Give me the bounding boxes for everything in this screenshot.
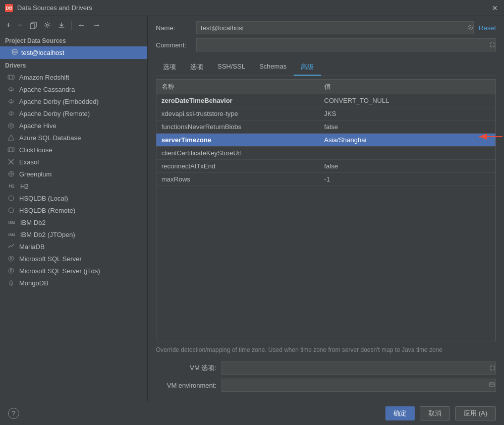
comment-input-wrapper [196, 38, 496, 51]
list-item[interactable]: Apache Derby (Remote) [0, 107, 147, 119]
property-value: false [319, 160, 495, 173]
list-item[interactable]: IBM IBM Db2 [0, 216, 147, 228]
driver-icon [7, 170, 15, 178]
list-item[interactable]: IBM IBM Db2 (JTOpen) [0, 228, 147, 240]
import-button[interactable] [56, 21, 67, 30]
close-button[interactable]: ✕ [491, 4, 499, 12]
table-row[interactable]: clientCertificateKeyStoreUrl [156, 147, 495, 160]
property-value: Asia/Shanghai [319, 134, 495, 147]
help-button[interactable]: ? [8, 408, 19, 419]
window-title: Data Sources and Drivers [17, 4, 92, 12]
list-item[interactable]: Apache Derby (Embedded) [0, 95, 147, 107]
list-item[interactable]: HSQLDB (Remote) [0, 204, 147, 216]
drivers-list: Drivers Amazon Redshift [0, 59, 147, 397]
properties-table: 名称 值 zeroDateTimeBehavior CONVERT_TO_NUL… [156, 79, 496, 341]
back-button[interactable]: ← [76, 20, 88, 31]
property-value: CONVERT_TO_NULL [319, 94, 495, 107]
vm-options-label: VM 选项: [156, 363, 221, 373]
property-value: -1 [319, 173, 495, 186]
vm-options-wrapper [221, 361, 496, 375]
col-value-header: 值 [319, 80, 495, 94]
driver-name: ClickHouse [19, 146, 52, 154]
selected-datasource[interactable]: test@localhost [0, 46, 147, 59]
project-sources-label: Project Data Sources [0, 34, 147, 46]
driver-icon [7, 97, 15, 105]
driver-name: Microsoft SQL Server (jTds) [19, 267, 100, 275]
property-name: xdevapi.ssl-truststore-type [156, 107, 319, 120]
tab-options2[interactable]: 选项 [183, 59, 210, 76]
table-row[interactable]: maxRows -1 [156, 173, 495, 186]
tab-schemas[interactable]: Schemas [252, 59, 294, 76]
table-row[interactable]: functionsNeverReturnBlobs false [156, 120, 495, 134]
svg-point-25 [9, 208, 14, 213]
table-row[interactable]: zeroDateTimeBehavior CONVERT_TO_NULL [156, 94, 495, 107]
window-controls: ✕ [491, 4, 499, 12]
list-item[interactable]: H2 H2 [0, 180, 147, 192]
titlebar: DB Data Sources and Drivers ✕ [0, 0, 504, 16]
remove-button[interactable]: − [16, 20, 24, 31]
name-clear-button[interactable] [468, 24, 473, 32]
driver-name: HSQLDB (Remote) [19, 207, 75, 214]
list-item[interactable]: Greenplum [0, 168, 147, 180]
list-item[interactable]: Apache Cassandra [0, 83, 147, 95]
list-item[interactable]: Apache Hive [0, 119, 147, 132]
vm-env-input[interactable] [221, 379, 496, 392]
list-item[interactable]: Microsoft SQL Server (jTds) [0, 265, 147, 277]
driver-icon [7, 73, 15, 81]
left-panel: + − [0, 16, 148, 401]
tab-advanced[interactable]: 高级 [294, 59, 321, 76]
confirm-button[interactable]: 确定 [385, 406, 415, 420]
name-input[interactable] [196, 21, 474, 34]
right-panel: Name: Reset Comment: [148, 16, 504, 401]
list-item[interactable]: Amazon Redshift [0, 71, 147, 83]
driver-icon: IBM [7, 218, 16, 226]
name-input-wrapper [196, 21, 474, 34]
tab-options1[interactable]: 选项 [156, 59, 183, 76]
left-toolbar: + − [0, 16, 147, 34]
table-row[interactable]: xdevapi.ssl-truststore-type JKS [156, 107, 495, 120]
driver-name: HSQLDB (Local) [19, 195, 68, 202]
comment-input[interactable] [196, 38, 496, 51]
driver-name: Apache Derby (Embedded) [19, 98, 99, 105]
main-window: DB Data Sources and Drivers ✕ + − [0, 0, 504, 425]
svg-point-14 [10, 125, 12, 127]
bottom-bar-left: ? [8, 408, 19, 419]
copy-button[interactable] [28, 21, 39, 30]
property-name: functionsNeverReturnBlobs [156, 120, 319, 134]
reset-button[interactable]: Reset [479, 24, 496, 32]
driver-icon [7, 267, 15, 275]
driver-name: Exasol [19, 158, 39, 166]
settings-button[interactable] [42, 21, 53, 30]
list-item[interactable]: Exasol [0, 156, 147, 168]
vm-env-button[interactable] [489, 381, 495, 389]
apply-button[interactable]: 应用 (A) [455, 406, 496, 420]
driver-icon [7, 109, 15, 117]
list-item[interactable]: MongoDB [0, 277, 147, 289]
list-item[interactable]: ClickHouse [0, 144, 147, 156]
list-item[interactable]: Microsoft SQL Server [0, 253, 147, 265]
tab-ssh-ssl[interactable]: SSH/SSL [210, 59, 252, 76]
toolbar-separator [71, 21, 72, 30]
driver-name: MongoDB [19, 279, 48, 287]
add-button[interactable]: + [4, 20, 13, 31]
bottom-bar: ? 确定 取消 应用 (A) [0, 401, 504, 425]
driver-name: Apache Derby (Remote) [19, 110, 90, 117]
forward-button[interactable]: → [91, 20, 103, 31]
vm-options-expand-button[interactable] [490, 364, 495, 372]
vm-section: VM 选项: VM environment: [156, 361, 496, 396]
list-item[interactable]: MariaDB [0, 240, 147, 253]
driver-icon: IBM [7, 230, 16, 238]
vm-options-input[interactable] [221, 361, 496, 375]
list-item[interactable]: HSQLDB (Local) [0, 192, 147, 204]
driver-icon [7, 194, 15, 202]
tabs-container: 选项 选项 SSH/SSL Schemas 高级 [156, 59, 496, 76]
cancel-button[interactable]: 取消 [420, 406, 450, 420]
driver-name: H2 [20, 183, 29, 190]
svg-rect-1 [30, 24, 35, 29]
driver-icon [7, 242, 15, 251]
driver-icon [7, 122, 15, 130]
table-row-selected[interactable]: serverTimezone Asia/Shanghai [156, 134, 495, 147]
comment-expand-button[interactable] [490, 41, 495, 49]
table-row[interactable]: reconnectAtTxEnd false [156, 160, 495, 173]
list-item[interactable]: Azure SQL Database [0, 132, 147, 144]
